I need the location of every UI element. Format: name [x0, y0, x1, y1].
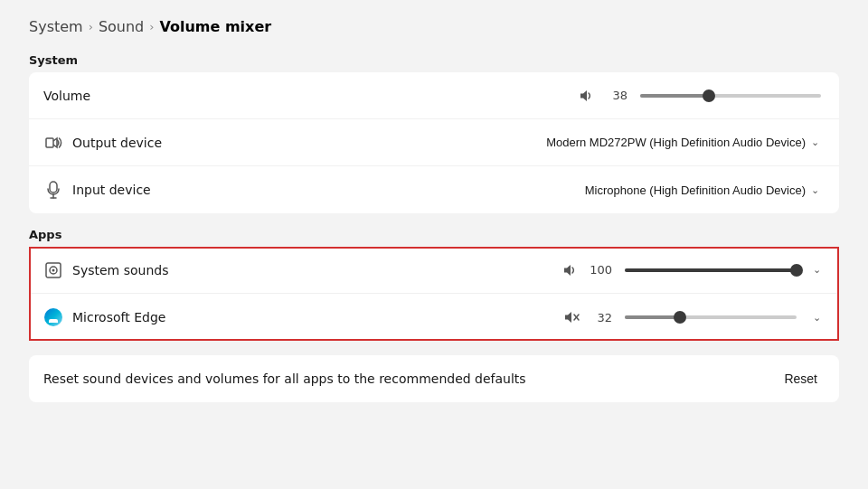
output-device-dropdown[interactable]: Modern MD272PW (High Definition Audio De… — [541, 132, 825, 153]
apps-card: System sounds 100 — [29, 247, 839, 341]
input-device-row: Input device Microphone (High Definition… — [29, 166, 839, 213]
system-card: Volume 38 — [29, 72, 839, 213]
input-device-chevron: ⌄ — [811, 184, 819, 196]
svg-rect-1 — [50, 182, 57, 193]
output-device-chevron: ⌄ — [811, 136, 819, 148]
input-device-label: Input device — [72, 183, 151, 197]
microsoft-edge-row: Microsoft Edge 32 — [29, 294, 839, 341]
input-device-icon — [43, 181, 63, 199]
apps-rows: System sounds 100 — [29, 247, 839, 341]
system-sounds-volume-icon — [561, 263, 580, 277]
input-device-value: Microphone (High Definition Audio Device… — [585, 183, 806, 197]
edge-expand[interactable]: ⌄ — [809, 310, 825, 325]
output-device-label: Output device — [72, 136, 162, 150]
volume-label: Volume — [43, 89, 90, 103]
breadcrumb-sound[interactable]: Sound — [99, 18, 144, 35]
output-device-row: Output device Modern MD272PW (High Defin… — [29, 119, 839, 166]
reset-button[interactable]: Reset — [777, 368, 825, 390]
apps-section: Apps System sounds — [29, 228, 839, 341]
edge-slider[interactable] — [625, 315, 797, 319]
breadcrumb-system[interactable]: System — [29, 18, 83, 35]
breadcrumb-sep1: › — [89, 20, 93, 33]
volume-value: 38 — [606, 89, 627, 102]
system-sounds-icon — [43, 261, 63, 279]
svg-rect-0 — [46, 138, 53, 147]
system-sounds-label: System sounds — [72, 263, 168, 277]
breadcrumb-current: Volume mixer — [159, 18, 271, 35]
system-section-label: System — [29, 53, 839, 67]
breadcrumb: System › Sound › Volume mixer — [29, 18, 839, 35]
reset-bar: Reset sound devices and volumes for all … — [29, 355, 839, 402]
svg-point-6 — [52, 268, 55, 271]
breadcrumb-sep2: › — [149, 20, 154, 33]
system-sounds-expand[interactable]: ⌄ — [809, 262, 825, 277]
output-device-value: Modern MD272PW (High Definition Audio De… — [546, 136, 806, 149]
edge-icon — [43, 308, 63, 326]
edge-mute-icon — [561, 310, 581, 324]
system-sounds-chevron: ⌄ — [813, 264, 821, 276]
output-device-icon — [43, 136, 63, 150]
volume-row: Volume 38 — [29, 72, 839, 119]
edge-chevron: ⌄ — [813, 312, 821, 324]
microsoft-edge-label: Microsoft Edge — [72, 310, 165, 324]
apps-section-label: Apps — [29, 228, 839, 241]
system-sounds-slider[interactable] — [625, 268, 797, 272]
volume-icon — [577, 89, 597, 103]
system-sounds-row: System sounds 100 — [29, 247, 839, 294]
edge-value: 32 — [590, 311, 612, 324]
volume-slider[interactable] — [640, 94, 821, 98]
reset-text: Reset sound devices and volumes for all … — [43, 371, 526, 386]
input-device-dropdown[interactable]: Microphone (High Definition Audio Device… — [580, 180, 825, 201]
system-sounds-value: 100 — [590, 263, 612, 277]
